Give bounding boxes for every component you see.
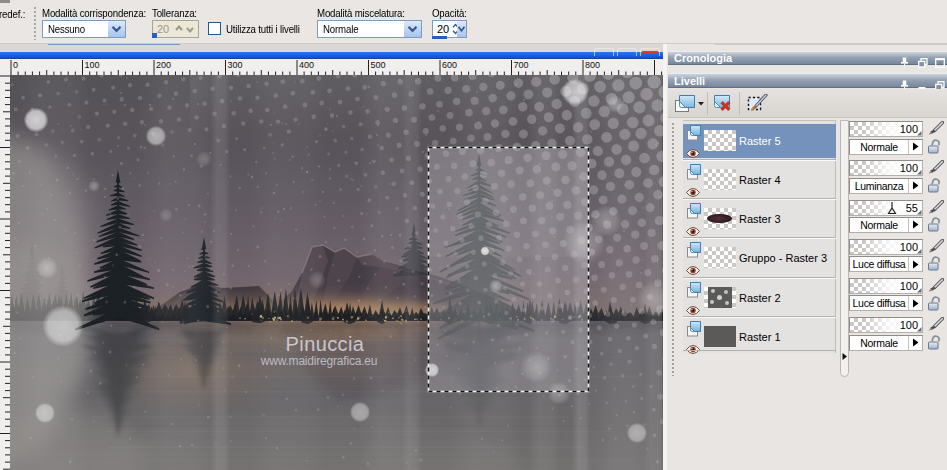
svg-text:500: 500 — [371, 60, 386, 70]
svg-text:300: 300 — [228, 60, 243, 70]
svg-text:www.maidiregrafica.eu: www.maidiregrafica.eu — [260, 354, 378, 368]
svg-text:Pinuccia: Pinuccia — [286, 333, 365, 355]
svg-text:200: 200 — [156, 60, 171, 70]
svg-text:800: 800 — [585, 60, 600, 70]
svg-text:0: 0 — [13, 60, 18, 70]
svg-text:700: 700 — [514, 60, 529, 70]
svg-text:600: 600 — [442, 60, 457, 70]
svg-text:100: 100 — [85, 60, 100, 70]
svg-text:400: 400 — [299, 60, 314, 70]
